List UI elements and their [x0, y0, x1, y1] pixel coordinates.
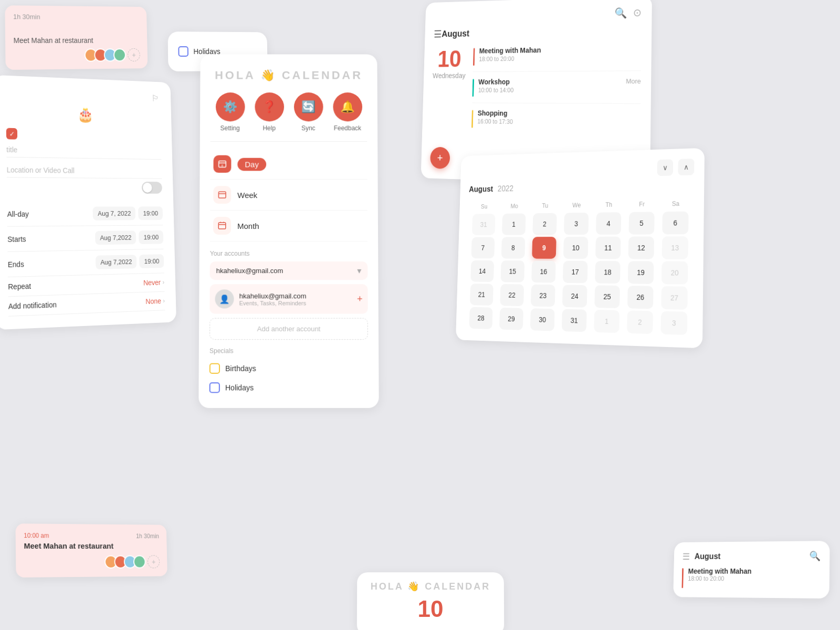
cal-day-29[interactable]: 29	[499, 308, 523, 330]
cal-next-btn[interactable]: ∧	[678, 159, 694, 175]
cal-day-19[interactable]: 19	[628, 261, 654, 284]
ends-time[interactable]: 19:00	[139, 254, 164, 268]
cal-day-9[interactable]: 9	[532, 237, 556, 259]
holidays-checkbox[interactable]	[178, 46, 188, 57]
table-row[interactable]: 1	[499, 213, 529, 235]
table-row[interactable]: 31	[469, 214, 498, 235]
search-icon-top[interactable]: 🔍	[614, 7, 627, 19]
cal-day-11[interactable]: 11	[595, 237, 621, 259]
sync-menu-item[interactable]: 🔄 Sync	[293, 92, 323, 132]
account-selector[interactable]: hkaheliux@gmail.com ▾	[210, 261, 368, 280]
hamburger-bottom[interactable]: ☰	[682, 551, 690, 562]
cal-day-17[interactable]: 17	[563, 261, 588, 284]
table-row[interactable]: 26	[624, 286, 656, 309]
cal-day-12[interactable]: 12	[628, 236, 654, 259]
cal-day-25[interactable]: 25	[594, 285, 620, 308]
cal-day-6[interactable]: 6	[662, 212, 688, 235]
more-link[interactable]: More	[626, 77, 641, 85]
table-row[interactable]: 4	[593, 212, 624, 235]
table-row[interactable]: 29	[497, 308, 526, 330]
table-row[interactable]: 12	[625, 236, 657, 259]
table-row[interactable]: 3	[658, 311, 690, 335]
starts-time[interactable]: 19:00	[138, 206, 163, 220]
table-row[interactable]: 19	[625, 261, 657, 284]
table-row[interactable]: 30	[528, 308, 558, 331]
cal-day-31[interactable]: 31	[472, 214, 496, 235]
table-row[interactable]: 18	[592, 261, 624, 284]
cal-prev-btn[interactable]: ∨	[657, 159, 674, 176]
cal-day-13[interactable]: 13	[662, 236, 688, 259]
holidays-item[interactable]: Holidays	[209, 378, 369, 397]
cal-day-28[interactable]: 28	[469, 307, 493, 329]
cal-day-16[interactable]: 16	[531, 260, 556, 282]
cal-day-24[interactable]: 24	[562, 285, 587, 308]
cal-day-30[interactable]: 30	[530, 308, 555, 331]
event-meeting[interactable]: Meeting with Mahan 18:00 to 20:00	[472, 45, 641, 72]
table-row[interactable]: 23	[528, 285, 558, 307]
cal-day-1[interactable]: 1	[594, 310, 620, 333]
table-row[interactable]: 16	[529, 260, 559, 282]
table-row[interactable]: 25	[592, 285, 623, 308]
cal-day-31[interactable]: 31	[562, 309, 587, 332]
view-month-item[interactable]: Month	[210, 211, 368, 242]
table-row[interactable]: 5	[626, 212, 658, 234]
cal-day-20[interactable]: 20	[662, 261, 688, 285]
cal-day-15[interactable]: 15	[501, 260, 525, 282]
cal-day-26[interactable]: 26	[627, 286, 654, 309]
event-shopping[interactable]: Shopping 16:00 to 17:30	[471, 109, 640, 136]
table-row[interactable]: 17	[560, 261, 591, 284]
table-row[interactable]: 9	[529, 237, 559, 259]
birthdays-item[interactable]: Birthdays	[209, 359, 368, 379]
table-row[interactable]: 6	[659, 212, 692, 235]
table-row[interactable]: 27	[658, 286, 691, 310]
table-row[interactable]: 15	[498, 260, 527, 282]
cal-day-7[interactable]: 7	[471, 237, 495, 259]
add-avatar-btn[interactable]: +	[128, 48, 140, 61]
table-row[interactable]: 11	[593, 237, 624, 259]
table-row[interactable]: 2	[624, 310, 656, 334]
fab-add-btn[interactable]: +	[430, 147, 450, 169]
help-menu-item[interactable]: ❓ Help	[255, 92, 284, 132]
birthdays-checkbox[interactable]	[209, 363, 220, 374]
more-icon-top[interactable]: ⊙	[633, 6, 642, 19]
add-account-btn[interactable]: Add another account	[209, 318, 368, 340]
table-row[interactable]: 20	[658, 261, 691, 285]
search-icon-bottom[interactable]: 🔍	[809, 550, 821, 562]
table-row[interactable]: 14	[468, 260, 497, 282]
table-row[interactable]: 28	[467, 307, 496, 330]
add-avatar-bottom-btn[interactable]: +	[148, 555, 160, 569]
cal-day-2[interactable]: 2	[532, 213, 556, 235]
title-input[interactable]: title	[6, 145, 161, 160]
account-row[interactable]: 👤 hkaheliux@gmail.com Events, Tasks, Rem…	[209, 284, 368, 313]
starts-time-2[interactable]: 19:00	[139, 230, 163, 244]
table-row[interactable]: 22	[497, 284, 527, 306]
cal-day-1[interactable]: 1	[502, 213, 526, 235]
table-row[interactable]: 2	[530, 213, 560, 235]
table-row[interactable]: 8	[499, 237, 528, 258]
feedback-menu-item[interactable]: 🔔 Feedback	[333, 92, 362, 132]
account-add-icon[interactable]: +	[357, 293, 363, 304]
toggle-switch[interactable]	[142, 182, 162, 194]
cal-day-8[interactable]: 8	[501, 237, 526, 258]
cal-day-4[interactable]: 4	[596, 212, 621, 235]
table-row[interactable]: 1	[591, 310, 623, 333]
cal-day-21[interactable]: 21	[470, 284, 494, 306]
cal-day-3[interactable]: 3	[661, 311, 688, 335]
table-row[interactable]: 7	[469, 237, 498, 259]
cal-day-18[interactable]: 18	[595, 261, 621, 284]
cal-day-14[interactable]: 14	[470, 260, 494, 282]
cal-day-23[interactable]: 23	[531, 285, 555, 307]
starts-date[interactable]: Aug 7, 2022	[93, 206, 136, 220]
cal-day-5[interactable]: 5	[628, 212, 654, 234]
setting-menu-item[interactable]: ⚙️ Setting	[215, 92, 245, 132]
table-row[interactable]: 13	[659, 236, 691, 259]
view-week-item[interactable]: Week	[210, 180, 368, 211]
cal-day-2[interactable]: 2	[627, 310, 653, 334]
table-row[interactable]: 21	[467, 284, 496, 306]
table-row[interactable]: 31	[559, 309, 590, 332]
cal-day-22[interactable]: 22	[500, 284, 524, 306]
event-workshop[interactable]: Workshop 10:00 to 14:00 More	[472, 77, 641, 104]
location-input[interactable]: Location or Video Call	[7, 166, 162, 179]
table-row[interactable]: 24	[560, 285, 590, 308]
table-row[interactable]: 10	[561, 237, 591, 259]
